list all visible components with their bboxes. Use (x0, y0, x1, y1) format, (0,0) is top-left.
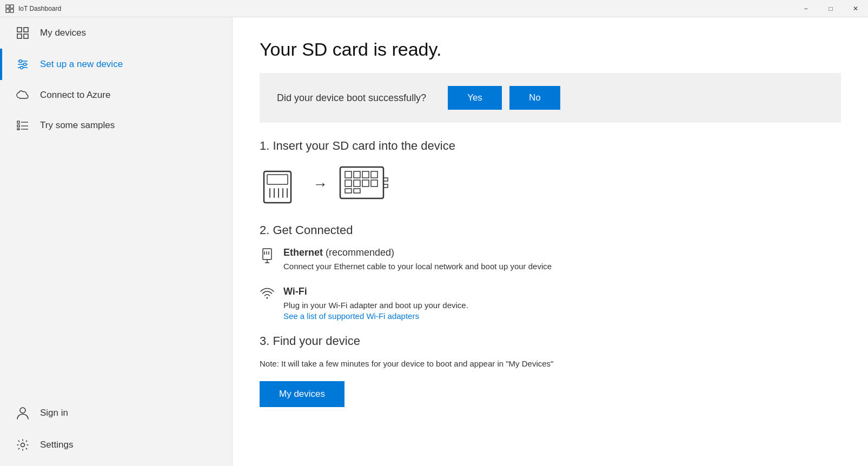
ethernet-title: Ethernet (recommended) (283, 247, 841, 258)
sd-card-icon (260, 163, 303, 206)
wifi-desc: Plug in your Wi-Fi adapter and boot up y… (283, 299, 841, 312)
svg-rect-5 (24, 28, 28, 32)
no-button[interactable]: No (509, 86, 560, 110)
sidebar-label-samples: Try some samples (40, 120, 115, 131)
svg-rect-30 (345, 171, 352, 178)
boot-buttons: Yes No (448, 86, 560, 110)
svg-rect-14 (17, 121, 19, 123)
svg-point-48 (267, 297, 268, 298)
ethernet-text: Ethernet (recommended) Connect your Ethe… (283, 247, 841, 273)
svg-point-20 (20, 408, 25, 413)
svg-rect-37 (371, 180, 377, 187)
svg-point-11 (24, 63, 26, 66)
svg-point-21 (21, 443, 25, 447)
svg-rect-31 (354, 171, 360, 178)
wifi-option: Wi-Fi Plug in your Wi-Fi adapter and boo… (260, 286, 841, 322)
svg-rect-33 (371, 171, 377, 178)
step3-note: Note: It will take a few minutes for you… (260, 358, 841, 370)
wifi-text: Wi-Fi Plug in your Wi-Fi adapter and boo… (283, 286, 841, 322)
step2-title: 2. Get Connected (260, 223, 841, 237)
svg-rect-39 (354, 189, 360, 193)
maximize-button[interactable]: □ (818, 0, 843, 17)
cloud-icon (15, 90, 30, 100)
app-title: IoT Dashboard (18, 5, 61, 12)
device-icon (337, 163, 392, 206)
app-body: My devices Set up a new device (0, 17, 868, 466)
svg-rect-6 (17, 34, 22, 38)
yes-button[interactable]: Yes (448, 86, 502, 110)
svg-rect-32 (362, 171, 369, 178)
gear-icon (15, 439, 30, 451)
svg-rect-2 (6, 9, 9, 12)
sidebar-top: My devices Set up a new device (0, 17, 232, 141)
svg-rect-35 (354, 180, 360, 187)
person-icon (15, 407, 30, 420)
svg-rect-36 (362, 180, 369, 187)
close-button[interactable]: ✕ (843, 0, 868, 17)
sidebar-item-azure[interactable]: Connect to Azure (0, 80, 232, 110)
svg-point-13 (21, 66, 23, 69)
sd-card-illustration: → (260, 163, 841, 206)
sidebar-item-setup[interactable]: Set up a new device (0, 49, 232, 80)
svg-rect-38 (345, 189, 352, 193)
svg-rect-23 (267, 175, 288, 184)
grid-icon (15, 27, 30, 39)
titlebar: IoT Dashboard − □ ✕ (0, 0, 868, 17)
step3-title: 3. Find your device (260, 334, 841, 348)
minimize-button[interactable]: − (793, 0, 818, 17)
titlebar-left: IoT Dashboard (0, 4, 61, 13)
wifi-title: Wi-Fi (283, 286, 841, 297)
sidebar-label-azure: Connect to Azure (40, 90, 110, 101)
boot-banner: Did your device boot successfully? Yes N… (260, 73, 841, 123)
main-content: Your SD card is ready. Did your device b… (233, 17, 868, 466)
sidebar-item-samples[interactable]: Try some samples (0, 110, 232, 141)
svg-rect-3 (10, 9, 14, 12)
sidebar: My devices Set up a new device (0, 17, 233, 466)
app-icon (5, 4, 14, 13)
svg-rect-4 (17, 28, 22, 32)
page-title: Your SD card is ready. (260, 39, 841, 60)
window-controls: − □ ✕ (793, 0, 868, 17)
svg-rect-7 (24, 34, 28, 38)
list-icon (15, 121, 30, 130)
ethernet-desc: Connect your Ethernet cable to your loca… (283, 261, 841, 273)
wifi-icon (260, 287, 275, 299)
sidebar-bottom: Sign in Settings (0, 397, 232, 466)
svg-rect-22 (264, 171, 291, 203)
svg-rect-18 (17, 129, 19, 130)
sidebar-label-my-devices: My devices (40, 28, 86, 38)
my-devices-button[interactable]: My devices (260, 381, 344, 407)
sidebar-label-setup: Set up a new device (40, 59, 123, 70)
arrow-icon: → (313, 176, 328, 193)
sidebar-label-settings: Settings (40, 440, 73, 450)
boot-question: Did your device boot successfully? (277, 92, 426, 104)
wifi-link[interactable]: See a list of supported Wi-Fi adapters (283, 311, 419, 321)
sidebar-label-signin: Sign in (40, 408, 68, 418)
ethernet-option: Ethernet (recommended) Connect your Ethe… (260, 247, 841, 273)
svg-rect-1 (10, 5, 14, 8)
svg-point-9 (19, 60, 22, 63)
sidebar-item-my-devices[interactable]: My devices (0, 17, 232, 49)
svg-rect-0 (6, 5, 9, 8)
sliders-icon (15, 58, 30, 70)
step1-title: 1. Insert your SD card into the device (260, 139, 841, 153)
sidebar-item-settings[interactable]: Settings (0, 429, 232, 461)
svg-rect-34 (345, 180, 352, 187)
svg-rect-16 (17, 125, 19, 127)
ethernet-icon (260, 248, 275, 263)
sidebar-item-signin[interactable]: Sign in (0, 397, 232, 429)
